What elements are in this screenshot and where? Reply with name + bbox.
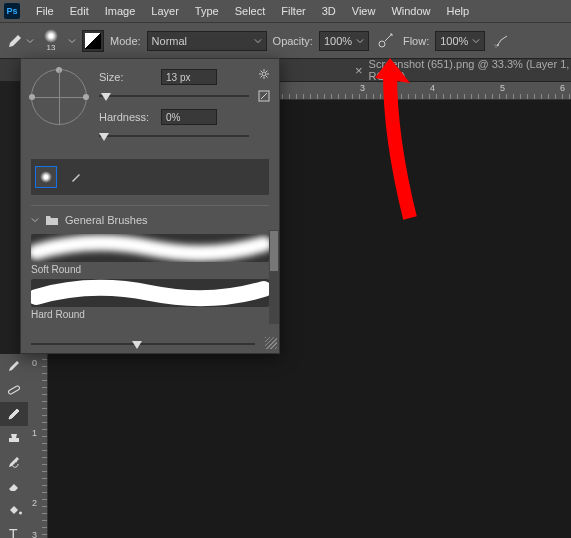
tool-preset-picker[interactable] [6, 32, 34, 50]
history-brush-tool[interactable] [0, 450, 28, 474]
ruler-tick: 0 [32, 358, 37, 368]
brush-name: Soft Round [31, 264, 269, 275]
brush-list: Soft Round Hard Round [21, 230, 279, 324]
eyedropper-icon [6, 358, 22, 374]
menu-filter[interactable]: Filter [273, 5, 313, 17]
brush-icon [6, 406, 22, 422]
ruler-tick: 3 [32, 530, 37, 538]
hardness-label: Hardness: [99, 111, 153, 123]
brush-settings-icon [85, 33, 101, 49]
panel-bottom [21, 335, 279, 353]
eyedropper-tool[interactable] [0, 354, 28, 378]
tools-panel: T [0, 354, 30, 538]
brush-stroke-preview [31, 279, 269, 307]
angle-arrow[interactable] [56, 67, 62, 73]
menu-bar: Ps File Edit Image Layer Type Select Fil… [0, 0, 571, 22]
divider [31, 205, 269, 206]
ruler-tick: 5 [500, 83, 505, 93]
brush-preset[interactable]: Soft Round [31, 234, 269, 275]
airbrush-button[interactable] [491, 30, 513, 52]
slider-thumb[interactable] [99, 133, 109, 141]
scrollbar-thumb[interactable] [270, 231, 278, 271]
gradient-tool[interactable] [0, 498, 28, 522]
brush-tool[interactable] [0, 402, 28, 426]
preview-size-slider[interactable] [31, 337, 255, 351]
size-input[interactable]: 13 px [161, 69, 217, 85]
menu-type[interactable]: Type [187, 5, 227, 17]
clone-stamp-tool[interactable] [0, 426, 28, 450]
flow-label: Flow: [403, 35, 429, 47]
text-icon: T [6, 526, 22, 538]
blend-mode-dropdown[interactable]: Normal [147, 31, 267, 51]
flow-dropdown[interactable]: 100% [435, 31, 485, 51]
new-brush-icon[interactable] [257, 89, 271, 103]
ruler-tick: 4 [430, 83, 435, 93]
brush-preset[interactable]: Hard Round [31, 279, 269, 320]
stamp-icon [6, 430, 22, 446]
menu-3d[interactable]: 3D [314, 5, 344, 17]
app-logo: Ps [4, 3, 20, 19]
opacity-dropdown[interactable]: 100% [319, 31, 369, 51]
bucket-icon [6, 502, 22, 518]
pressure-opacity-button[interactable] [375, 30, 397, 52]
menu-view[interactable]: View [344, 5, 384, 17]
brush-size-label: 13 [47, 43, 56, 52]
opacity-label: Opacity: [273, 35, 313, 47]
menu-layer[interactable]: Layer [143, 5, 187, 17]
menu-file[interactable]: File [28, 5, 62, 17]
chevron-down-icon [472, 37, 480, 45]
brush-preset-panel: Size: 13 px Hardness: 0% General Brushes [20, 58, 280, 354]
spot-heal-tool[interactable] [0, 378, 28, 402]
brush-swatch-row [31, 159, 269, 195]
gear-icon[interactable] [257, 67, 271, 81]
menu-window[interactable]: Window [383, 5, 438, 17]
ruler-tick: 1 [32, 428, 37, 438]
svg-point-1 [496, 46, 497, 47]
slider-thumb[interactable] [132, 341, 142, 349]
svg-point-5 [262, 72, 266, 76]
ruler-tick: 6 [560, 83, 565, 93]
eraser-icon [6, 478, 22, 494]
hardness-slider[interactable] [99, 129, 249, 143]
menu-select[interactable]: Select [227, 5, 274, 17]
options-bar: 13 Mode: Normal Opacity: 100% Flow: 100% [0, 22, 571, 58]
document-tab-title[interactable]: Screenshot (651).png @ 33.3% (Layer 1, R… [369, 58, 571, 82]
bandaid-icon [6, 382, 22, 398]
eraser-tool[interactable] [0, 474, 28, 498]
menu-help[interactable]: Help [439, 5, 478, 17]
chevron-down-icon [31, 216, 39, 224]
angle-handle[interactable] [29, 94, 35, 100]
scrollbar[interactable] [269, 230, 279, 324]
svg-point-0 [379, 41, 385, 47]
size-label: Size: [99, 71, 153, 83]
airbrush-icon [493, 32, 511, 50]
brush-preset-picker[interactable]: 13 [40, 29, 62, 52]
chevron-down-icon[interactable] [68, 37, 76, 45]
pencil-brush-icon [69, 170, 83, 184]
chevron-down-icon [356, 37, 364, 45]
slider-thumb[interactable] [101, 93, 111, 101]
brush-preview-dot [44, 29, 58, 43]
brush-angle-control[interactable] [31, 69, 87, 125]
resize-handle[interactable] [265, 337, 277, 349]
opacity-value: 100% [324, 35, 352, 47]
brush-panel-toggle[interactable] [82, 30, 104, 52]
flow-value: 100% [440, 35, 468, 47]
chevron-down-icon [26, 37, 34, 45]
folder-icon [45, 214, 59, 226]
brush-swatch[interactable] [35, 166, 57, 188]
angle-handle[interactable] [83, 94, 89, 100]
folder-label: General Brushes [65, 214, 148, 226]
tab-close-button[interactable]: × [355, 63, 363, 78]
hardness-input[interactable]: 0% [161, 109, 217, 125]
history-brush-icon [6, 454, 22, 470]
chevron-down-icon [254, 37, 262, 45]
type-tool[interactable]: T [0, 522, 28, 538]
menu-image[interactable]: Image [97, 5, 144, 17]
menu-edit[interactable]: Edit [62, 5, 97, 17]
brush-folder[interactable]: General Brushes [21, 210, 279, 230]
blend-mode-value: Normal [152, 35, 187, 47]
brush-swatch[interactable] [65, 166, 87, 188]
ruler-tick: 3 [360, 83, 365, 93]
size-slider[interactable] [99, 89, 249, 103]
